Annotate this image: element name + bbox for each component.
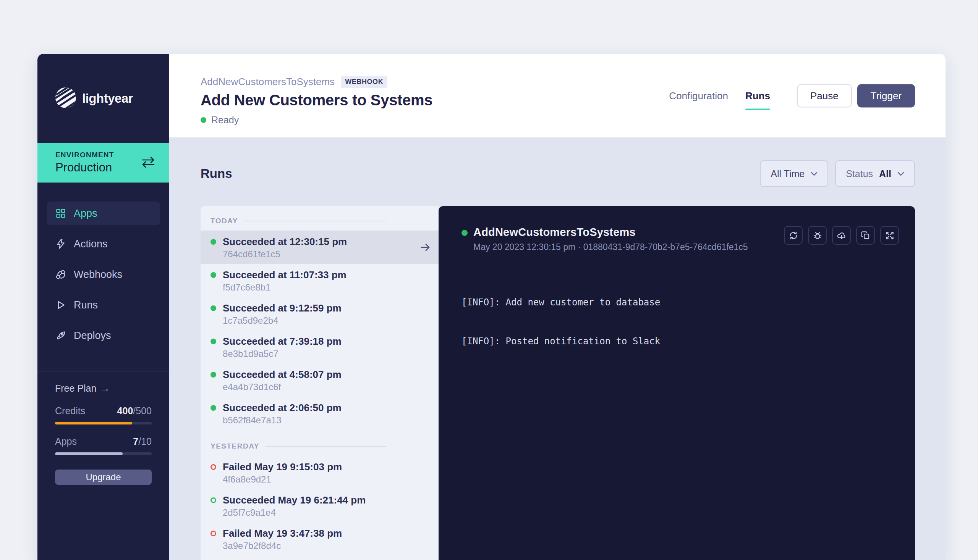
copy-icon [861, 230, 871, 240]
sidebar-item-actions[interactable]: Actions [47, 232, 160, 256]
run-text: Succeeded at 12:30:15 pm 764cd61fe1c5 [223, 236, 347, 260]
run-list-item[interactable]: Succeeded May 19 6:21:44 pm 2d5f7c9a1e4 [201, 489, 438, 522]
sidebar-item-webhooks[interactable]: Webhooks [47, 263, 160, 286]
brand: lightyear [37, 54, 169, 143]
status-badge: Ready [211, 115, 239, 126]
status-filter-label: Status [846, 168, 873, 179]
sidebar-item-deploys[interactable]: Deploys [47, 324, 160, 347]
play-icon [55, 300, 66, 310]
run-text: Succeeded at 4:58:07 pm e4a4b73d1c6f [223, 369, 341, 393]
refresh-icon [789, 230, 798, 240]
log-line: [INFO]: Add new customer to database [461, 296, 899, 309]
debug-button[interactable] [808, 226, 827, 245]
runs-heading: Runs [201, 167, 232, 181]
run-id: 4f6a8e9d21 [223, 474, 342, 485]
run-list-item[interactable]: Succeeded at 7:39:18 pm 8e3b1d9a5c7 [201, 330, 438, 363]
tab-runs[interactable]: Runs [746, 90, 770, 102]
runs-toolbar: Runs All Time Status All [201, 160, 915, 187]
log-line: [INFO]: Posted notification to Slack [461, 335, 899, 348]
apps-used: 7 [133, 436, 138, 447]
free-plan-link[interactable]: Free Plan → [55, 383, 152, 394]
time-filter-dropdown[interactable]: All Time [760, 160, 828, 187]
copy-button[interactable] [856, 226, 875, 245]
free-plan-label: Free Plan [55, 383, 96, 394]
success-ring-icon [211, 497, 216, 503]
success-dot-icon [211, 405, 216, 411]
bug-icon [812, 230, 823, 240]
credits-label: Credits [55, 405, 85, 417]
expand-icon [885, 230, 895, 240]
run-detail-panel: AddNewCustomersToSystems May 20 2023 12:… [438, 206, 915, 560]
run-list-item[interactable]: Succeeded at 11:07:33 pm f5d7c6e8b1 [201, 264, 438, 297]
divider [266, 446, 386, 447]
credits-used: 400 [117, 405, 133, 416]
trigger-button[interactable]: Trigger [857, 84, 915, 107]
run-title: Succeeded at 4:58:07 pm [223, 369, 341, 380]
run-detail-header: AddNewCustomersToSystems May 20 2023 12:… [461, 226, 899, 252]
header-actions: Configuration Runs Pause Trigger [669, 84, 915, 107]
run-text: Failed May 19 9:15:03 pm 4f6a8e9d21 [223, 461, 342, 485]
run-detail-titles: AddNewCustomersToSystems May 20 2023 12:… [473, 226, 748, 252]
webhook-icon [55, 269, 66, 280]
success-dot-icon [211, 272, 216, 278]
bolt-icon [55, 238, 66, 249]
upgrade-button[interactable]: Upgrade [55, 470, 152, 485]
run-list-item[interactable]: Succeeded at 9:12:59 pm 1c7a5d9e2b4 [201, 297, 438, 330]
run-text: Failed May 19 3:47:38 pm 3a9e7b2f8d4c [223, 528, 342, 552]
sidebar-item-runs[interactable]: Runs [47, 293, 160, 317]
breadcrumb-link[interactable]: AddNewCustomersToSystems [201, 76, 334, 88]
run-list-item[interactable]: Failed May 19 3:47:38 pm 3a9e7b2f8d4c [201, 522, 438, 555]
status-row: Ready [201, 115, 946, 126]
run-title: Failed May 19 9:15:03 pm [223, 461, 342, 473]
run-text: Succeeded at 7:39:18 pm 8e3b1d9a5c7 [223, 335, 341, 360]
group-label: TODAY [211, 217, 238, 225]
run-text: Succeeded at 2:06:50 pm b562f84e7a13 [223, 402, 341, 426]
apps-usage-row: Apps 7/10 [55, 436, 152, 447]
expand-button[interactable] [880, 226, 899, 245]
group-header-today: TODAY [201, 217, 438, 225]
run-list-item[interactable]: Succeeded at 4:58:07 pm e4a4b73d1c6f [201, 363, 438, 397]
sidebar-item-apps[interactable]: Apps [47, 202, 160, 225]
run-title: Succeeded at 12:30:15 pm [223, 236, 347, 247]
webhook-badge: WEBHOOK [341, 76, 387, 88]
success-dot-icon [461, 230, 468, 236]
run-detail-meta: May 20 2023 12:30:15 pm · 01880431-9d78-… [473, 242, 748, 252]
sidebar-item-label: Actions [74, 238, 108, 250]
sidebar-item-label: Runs [74, 299, 98, 311]
sidebar-nav: Apps Actions Webhooks [37, 183, 169, 354]
status-filter-value: All [879, 168, 891, 179]
run-title: Succeeded at 9:12:59 pm [223, 302, 341, 314]
run-title: Succeeded at 7:39:18 pm [223, 335, 341, 347]
tab-configuration[interactable]: Configuration [669, 90, 728, 102]
run-detail-actions [784, 226, 899, 245]
refresh-button[interactable] [784, 226, 802, 245]
download-button[interactable] [832, 226, 851, 245]
credits-progress-bar [55, 422, 152, 425]
run-log: [INFO]: Add new customer to database [IN… [461, 270, 899, 374]
run-list-item[interactable]: Succeeded at 2:06:50 pm b562f84e7a13 [201, 397, 438, 430]
swap-arrows-icon [141, 157, 155, 168]
run-list-item[interactable]: Failed May 19 9:15:03 pm 4f6a8e9d21 [201, 456, 438, 489]
arrow-right-icon [420, 242, 431, 253]
environment-switcher[interactable]: ENVIRONMENT Production [37, 143, 169, 183]
run-text: Succeeded at 9:12:59 pm 1c7a5d9e2b4 [223, 302, 341, 327]
pause-button[interactable]: Pause [797, 84, 852, 107]
sidebar-item-label: Apps [74, 208, 97, 220]
apps-total: /10 [138, 436, 152, 447]
cloud-download-icon [837, 230, 847, 240]
failed-ring-icon [211, 531, 216, 536]
status-filter-dropdown[interactable]: Status All [835, 160, 915, 187]
app-window: lightyear ENVIRONMENT Production Apps [37, 54, 946, 560]
apps-progress-bar [55, 452, 152, 455]
sidebar: lightyear ENVIRONMENT Production Apps [37, 54, 169, 560]
run-list-item[interactable]: Succeeded at 12:30:15 pm 764cd61fe1c5 [201, 230, 438, 264]
apps-label: Apps [55, 436, 77, 447]
main-area: Runs All Time Status All [169, 137, 946, 560]
brand-logo-icon [55, 87, 76, 110]
run-id: e4a4b73d1c6f [223, 382, 341, 393]
run-title: Failed May 19 3:47:38 pm [223, 528, 342, 539]
credits-total: /500 [133, 405, 152, 416]
group-header-yesterday: YESTERDAY [201, 442, 438, 450]
success-dot-icon [211, 338, 216, 344]
run-title: Succeeded at 2:06:50 pm [223, 402, 341, 413]
